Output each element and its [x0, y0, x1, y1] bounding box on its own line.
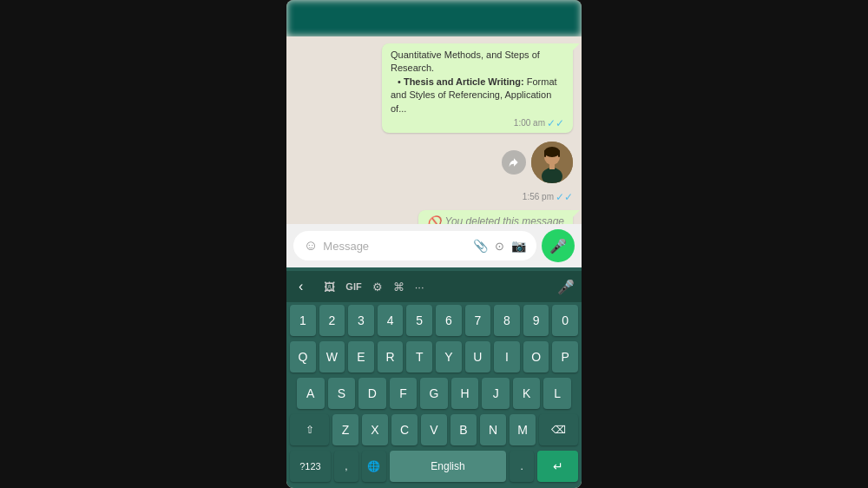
keyboard-mic-icon[interactable]: 🎤 — [557, 279, 575, 295]
globe-key[interactable]: 🌐 — [362, 451, 386, 482]
key-9[interactable]: 9 — [523, 305, 549, 336]
key-f[interactable]: F — [390, 378, 418, 409]
key-r[interactable]: R — [378, 341, 404, 373]
input-icons: 📎 ⊙ 📷 — [473, 239, 526, 253]
keyboard-back-button[interactable]: ‹ — [293, 277, 308, 296]
key-1[interactable]: 1 — [290, 305, 316, 336]
svg-point-2 — [544, 147, 560, 157]
deleted-icon-1: 🚫 — [427, 215, 441, 224]
profile-time: 1:56 pm ✓✓ — [295, 191, 573, 203]
backspace-key[interactable]: ⌫ — [539, 414, 578, 445]
key-b[interactable]: B — [450, 414, 477, 445]
keyboard-translate-icon[interactable]: ⌘ — [393, 280, 404, 293]
key-4[interactable]: 4 — [378, 305, 404, 336]
mic-button[interactable]: 🎤 — [542, 229, 575, 262]
currency-icon[interactable]: ⊙ — [495, 240, 504, 253]
double-check-icon: ✓✓ — [547, 117, 564, 129]
keyboard-settings-icon[interactable]: ⚙ — [372, 280, 383, 293]
key-n[interactable]: N — [480, 414, 506, 445]
key-8[interactable]: 8 — [494, 305, 520, 336]
key-i[interactable]: I — [494, 341, 520, 373]
key-l[interactable]: L — [543, 378, 571, 409]
key-7[interactable]: 7 — [465, 305, 491, 336]
key-y[interactable]: Y — [436, 341, 462, 373]
qwerty-row: Q W E R T Y U I O P — [286, 339, 582, 375]
enter-key[interactable]: ↵ — [537, 451, 578, 482]
camera-icon[interactable]: 📷 — [511, 239, 526, 253]
key-h[interactable]: H — [451, 378, 479, 409]
key-a[interactable]: A — [297, 378, 325, 409]
key-e[interactable]: E — [348, 341, 374, 373]
deleted-message-1: 🚫 You deleted this message 1:56 pm — [418, 210, 573, 224]
keyboard-toolbar-icons: 🖼 GIF ⚙ ⌘ ··· — [324, 280, 549, 293]
mic-icon: 🎤 — [549, 238, 567, 254]
profile-double-check-icon: ✓✓ — [556, 191, 573, 203]
key-j[interactable]: J — [482, 378, 510, 409]
key-g[interactable]: G — [420, 378, 448, 409]
number-row: 1 2 3 4 5 6 7 8 9 0 — [286, 302, 582, 339]
key-6[interactable]: 6 — [436, 305, 462, 336]
asdf-row: A S D F G H J K L — [286, 375, 582, 412]
attachment-icon[interactable]: 📎 — [473, 239, 488, 253]
key-3[interactable]: 3 — [348, 305, 374, 336]
key-v[interactable]: V — [421, 414, 447, 445]
key-0[interactable]: 0 — [552, 305, 578, 336]
first-message-bubble: Quantitative Methods, and Steps of Resea… — [382, 43, 573, 133]
key-k[interactable]: K — [513, 378, 541, 409]
period-key[interactable]: . — [510, 451, 534, 482]
phone-frame: Quantitative Methods, and Steps of Resea… — [286, 0, 582, 488]
emoji-icon: ☺ — [304, 238, 318, 254]
top-bar — [286, 0, 582, 36]
key-5[interactable]: 5 — [406, 305, 432, 336]
message-input-container[interactable]: ☺ Message 📎 ⊙ 📷 — [293, 231, 536, 260]
shift-key[interactable]: ⇧ — [290, 414, 329, 445]
key-2[interactable]: 2 — [319, 305, 345, 336]
key-m[interactable]: M — [510, 414, 536, 445]
num-key[interactable]: ?123 — [290, 451, 331, 482]
key-x[interactable]: X — [362, 414, 388, 445]
space-key[interactable]: English — [390, 451, 506, 482]
key-q[interactable]: Q — [290, 341, 316, 373]
zxcv-row: ⇧ Z X C V B N M ⌫ — [286, 412, 582, 448]
key-t[interactable]: T — [406, 341, 432, 373]
keyboard: ‹ 🖼 GIF ⚙ ⌘ ··· 🎤 1 2 3 4 5 6 7 8 9 0 Q — [286, 267, 582, 488]
bottom-row: ?123 , 🌐 English . ↵ — [286, 448, 582, 485]
profile-row — [295, 142, 573, 183]
comma-key[interactable]: , — [334, 451, 358, 482]
keyboard-sticker-icon[interactable]: 🖼 — [324, 280, 335, 293]
keyboard-gif-icon[interactable]: GIF — [345, 281, 361, 292]
svg-rect-6 — [549, 164, 555, 169]
keyboard-toolbar: ‹ 🖼 GIF ⚙ ⌘ ··· 🎤 — [286, 271, 582, 302]
avatar — [531, 142, 573, 183]
chat-area: Quantitative Methods, and Steps of Resea… — [286, 36, 582, 224]
svg-rect-3 — [544, 150, 546, 157]
key-w[interactable]: W — [319, 341, 345, 373]
keyboard-more-icon[interactable]: ··· — [415, 280, 424, 293]
key-p[interactable]: P — [552, 341, 578, 373]
key-u[interactable]: U — [465, 341, 491, 373]
forward-icon — [502, 150, 526, 175]
svg-rect-4 — [558, 150, 560, 157]
key-z[interactable]: Z — [332, 414, 358, 445]
first-message-text: Quantitative Methods, and Steps of Resea… — [391, 49, 564, 115]
key-c[interactable]: C — [391, 414, 418, 445]
key-o[interactable]: O — [523, 341, 549, 373]
key-s[interactable]: S — [328, 378, 356, 409]
first-message-time: 1:00 am ✓✓ — [391, 117, 564, 129]
input-bar: ☺ Message 📎 ⊙ 📷 🎤 — [286, 224, 582, 267]
message-placeholder[interactable]: Message — [323, 240, 468, 253]
key-d[interactable]: D — [358, 378, 386, 409]
